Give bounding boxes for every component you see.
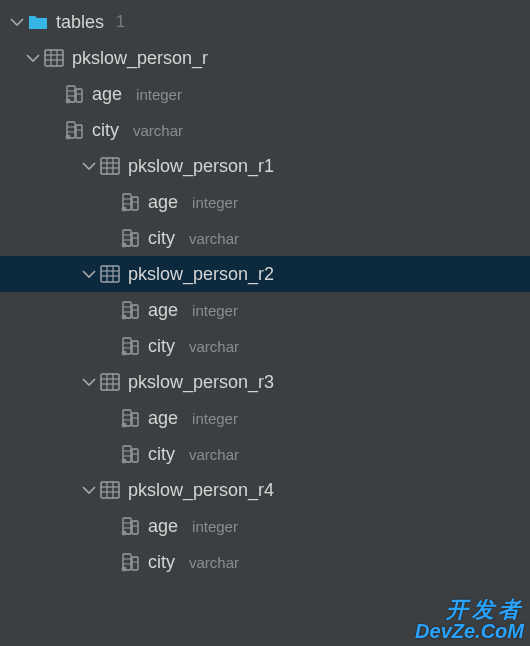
column-label: age xyxy=(92,84,122,105)
column-icon xyxy=(120,516,140,536)
tree-node-column[interactable]: age integer xyxy=(0,292,530,328)
column-label: city xyxy=(148,444,175,465)
column-type: varchar xyxy=(189,554,239,571)
column-type: varchar xyxy=(189,446,239,463)
chevron-down-icon[interactable] xyxy=(80,157,98,175)
table-icon xyxy=(100,480,120,500)
table-label: pkslow_person_r xyxy=(72,48,208,69)
column-icon xyxy=(64,84,84,104)
tree-node-table[interactable]: pkslow_person_r4 xyxy=(0,472,530,508)
tree-node-column[interactable]: city varchar xyxy=(0,220,530,256)
table-icon xyxy=(44,48,64,68)
tree-node-column[interactable]: city varchar xyxy=(0,328,530,364)
table-label: pkslow_person_r4 xyxy=(128,480,274,501)
column-icon xyxy=(120,192,140,212)
folder-label: tables xyxy=(56,12,104,33)
column-icon xyxy=(120,228,140,248)
column-type: integer xyxy=(192,194,238,211)
folder-icon xyxy=(28,12,48,32)
table-label: pkslow_person_r1 xyxy=(128,156,274,177)
chevron-down-icon[interactable] xyxy=(80,373,98,391)
column-label: city xyxy=(148,552,175,573)
column-type: integer xyxy=(192,518,238,535)
column-type: varchar xyxy=(189,338,239,355)
tree-node-column[interactable]: age integer xyxy=(0,400,530,436)
tree-node-column[interactable]: age integer xyxy=(0,184,530,220)
column-label: age xyxy=(148,300,178,321)
column-label: city xyxy=(148,228,175,249)
column-icon xyxy=(120,444,140,464)
database-tree: tables 1 pkslow_person_r age integer cit… xyxy=(0,0,530,580)
chevron-down-icon[interactable] xyxy=(80,481,98,499)
table-icon xyxy=(100,372,120,392)
tree-node-table[interactable]: pkslow_person_r2 xyxy=(0,256,530,292)
chevron-down-icon[interactable] xyxy=(24,49,42,67)
tree-node-table[interactable]: pkslow_person_r xyxy=(0,40,530,76)
column-label: city xyxy=(92,120,119,141)
tree-node-column[interactable]: age integer xyxy=(0,508,530,544)
column-label: age xyxy=(148,408,178,429)
table-label: pkslow_person_r2 xyxy=(128,264,274,285)
column-label: city xyxy=(148,336,175,357)
column-type: varchar xyxy=(133,122,183,139)
tree-node-table[interactable]: pkslow_person_r3 xyxy=(0,364,530,400)
column-icon xyxy=(120,300,140,320)
chevron-down-icon[interactable] xyxy=(8,13,26,31)
column-icon xyxy=(120,552,140,572)
watermark-line1: 开发者 xyxy=(415,598,524,621)
column-icon xyxy=(120,336,140,356)
column-type: varchar xyxy=(189,230,239,247)
column-type: integer xyxy=(192,302,238,319)
column-type: integer xyxy=(192,410,238,427)
tree-node-table[interactable]: pkslow_person_r1 xyxy=(0,148,530,184)
column-label: age xyxy=(148,516,178,537)
tree-node-column[interactable]: city varchar xyxy=(0,436,530,472)
column-icon xyxy=(64,120,84,140)
table-label: pkslow_person_r3 xyxy=(128,372,274,393)
chevron-down-icon[interactable] xyxy=(80,265,98,283)
table-icon xyxy=(100,264,120,284)
column-label: age xyxy=(148,192,178,213)
tree-node-column[interactable]: city varchar xyxy=(0,112,530,148)
column-icon xyxy=(120,408,140,428)
tree-node-column[interactable]: age integer xyxy=(0,76,530,112)
column-type: integer xyxy=(136,86,182,103)
watermark-line2: DevZe.CoM xyxy=(415,621,524,642)
folder-count: 1 xyxy=(116,13,125,31)
watermark: 开发者 DevZe.CoM xyxy=(415,598,524,642)
tree-node-column[interactable]: city varchar xyxy=(0,544,530,580)
tree-node-folder-tables[interactable]: tables 1 xyxy=(0,4,530,40)
table-icon xyxy=(100,156,120,176)
